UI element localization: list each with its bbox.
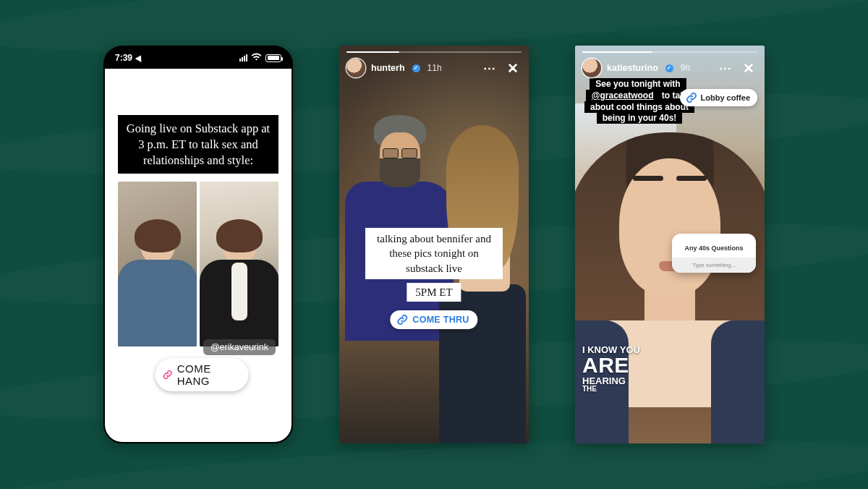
phone-3: katiesturino 9h ⋯ ✕ See you tonight with… bbox=[575, 46, 765, 443]
caption-time: 5PM ET bbox=[407, 283, 461, 302]
link-sticker-label: Lobby coffee bbox=[701, 93, 750, 102]
verified-icon bbox=[412, 64, 420, 72]
close-icon[interactable]: ✕ bbox=[504, 61, 522, 75]
photo-right bbox=[200, 182, 278, 346]
avatar[interactable] bbox=[582, 59, 601, 77]
story-progress bbox=[346, 51, 522, 53]
avatar[interactable] bbox=[346, 59, 365, 77]
question-title: Any 40s Questions bbox=[672, 240, 756, 258]
banner-mention[interactable]: @graceatwood bbox=[589, 90, 657, 101]
verified-icon bbox=[665, 64, 673, 72]
link-icon bbox=[686, 92, 697, 103]
photo-left bbox=[118, 182, 197, 346]
username[interactable]: katiesturino bbox=[607, 63, 658, 73]
story-header-2: hunterh 11h ⋯ ✕ bbox=[339, 46, 529, 77]
username[interactable]: hunterh bbox=[371, 63, 405, 73]
caption-line-2: ARE bbox=[582, 354, 640, 376]
wifi-icon bbox=[251, 53, 262, 63]
status-time: 7:39 bbox=[115, 53, 132, 63]
link-sticker[interactable]: COME HANG bbox=[156, 358, 249, 391]
banner-overlay: See you tonight with @graceatwood to tal… bbox=[582, 79, 697, 124]
link-sticker-label: COME HANG bbox=[177, 362, 239, 387]
story-progress bbox=[582, 51, 757, 53]
link-icon bbox=[396, 314, 408, 326]
question-sticker[interactable]: Any 40s Questions Type something... bbox=[672, 234, 756, 273]
headline-overlay: Going live on Substack app at 3 p.m. ET … bbox=[118, 115, 278, 174]
caption-overlay: talking about bennifer and these pics to… bbox=[365, 228, 503, 279]
phone-row: 7:39 Going live on Substack app at 3 p.m… bbox=[0, 0, 868, 489]
story-age: 9h bbox=[681, 63, 690, 73]
close-icon[interactable]: ✕ bbox=[740, 61, 757, 75]
video-caption: I KNOW YOU ARE HEARING THE bbox=[582, 345, 640, 393]
story-age: 11h bbox=[427, 63, 442, 73]
ios-status-bar: 7:39 bbox=[105, 47, 292, 69]
story-body-1[interactable]: Going live on Substack app at 3 p.m. ET … bbox=[105, 69, 292, 442]
more-icon[interactable]: ⋯ bbox=[480, 62, 498, 75]
location-icon bbox=[135, 54, 145, 62]
question-input[interactable]: Type something... bbox=[672, 258, 756, 273]
banner-text-pre: See you tonight with bbox=[592, 78, 683, 90]
cell-signal-icon bbox=[239, 54, 247, 61]
phone-1: 7:39 Going live on Substack app at 3 p.m… bbox=[103, 46, 293, 443]
link-sticker[interactable]: Lobby coffee bbox=[680, 89, 757, 106]
link-icon bbox=[163, 369, 173, 380]
more-icon[interactable]: ⋯ bbox=[716, 62, 734, 75]
photo-collage bbox=[118, 182, 278, 346]
caption-line-4: THE bbox=[582, 386, 640, 393]
story-header-3: katiesturino 9h ⋯ ✕ bbox=[575, 46, 765, 77]
mention-tag[interactable]: @erikaveurink bbox=[203, 339, 276, 355]
battery-icon bbox=[265, 54, 281, 62]
phone-2: hunterh 11h ⋯ ✕ talking about bennifer a… bbox=[339, 46, 529, 443]
link-sticker-label: COME THRU bbox=[412, 315, 469, 325]
link-sticker[interactable]: COME THRU bbox=[390, 310, 477, 329]
